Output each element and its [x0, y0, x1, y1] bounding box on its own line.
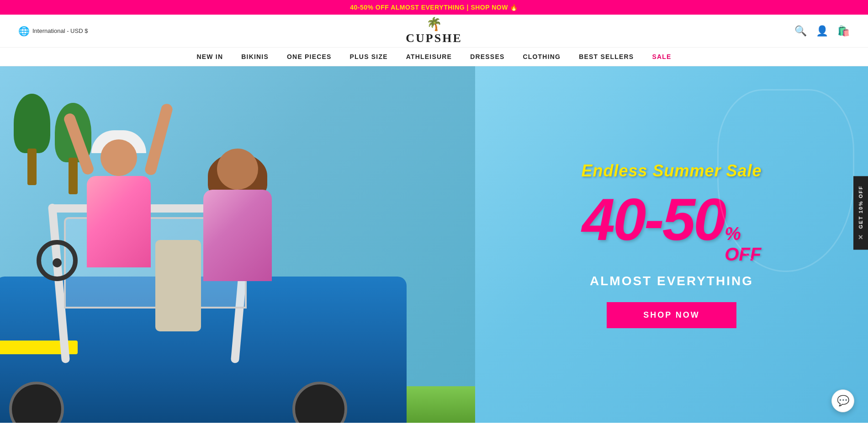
header-icons: 🔍 👤 🛍️: [794, 25, 850, 37]
discount-side-tab[interactable]: ✕ GET 10% OFF: [853, 176, 868, 250]
nav-item-dresses[interactable]: DRESSES: [470, 53, 504, 60]
nav-item-new-in[interactable]: NEW IN: [196, 53, 223, 60]
chat-bubble[interactable]: 💬: [831, 389, 854, 412]
nav-item-one-pieces[interactable]: ONE PIECES: [287, 53, 332, 60]
nav-item-plus-size[interactable]: PLUS SIZE: [350, 53, 388, 60]
region-label: International - USD $: [32, 27, 88, 34]
bg-decoration: [717, 89, 854, 272]
person1: [73, 139, 164, 331]
globe-icon: 🌐: [18, 26, 30, 37]
palm-tree-icon: 🌴: [426, 16, 442, 32]
nav-item-best-sellers[interactable]: BEST SELLERS: [579, 53, 634, 60]
person2: [192, 149, 283, 331]
hero-cta-button[interactable]: SHOP NOW: [607, 302, 736, 328]
nav-item-clothing[interactable]: CLOTHING: [523, 53, 561, 60]
hero-discount-numbers: 40-50: [582, 190, 725, 249]
region-selector[interactable]: 🌐 International - USD $: [18, 26, 88, 37]
nav-item-athleisure[interactable]: ATHLEISURE: [406, 53, 452, 60]
nav-item-bikinis[interactable]: BIKINIS: [241, 53, 269, 60]
nav-item-sale[interactable]: SALE: [652, 53, 671, 60]
announcement-bar: 40-50% OFF ALMOST EVERYTHING | SHOP NOW …: [0, 0, 868, 15]
account-button[interactable]: 👤: [816, 25, 828, 37]
announcement-text: 40-50% OFF ALMOST EVERYTHING | SHOP NOW: [350, 4, 508, 11]
car: [0, 103, 475, 423]
close-icon[interactable]: ✕: [857, 232, 864, 240]
hero-promo-panel: Endless Summer Sale 40-50 % OFF ALMOST E…: [475, 66, 868, 423]
cart-button[interactable]: 🛍️: [837, 25, 850, 37]
header: 🌐 International - USD $ 🌴 CUPSHE 🔍 👤 🛍️: [0, 15, 868, 48]
announcement-link[interactable]: 40-50% OFF ALMOST EVERYTHING | SHOP NOW …: [350, 4, 518, 11]
hero-section: Endless Summer Sale 40-50 % OFF ALMOST E…: [0, 66, 868, 423]
side-tab-label: GET 10% OFF: [858, 186, 863, 229]
logo-text: CUPSHE: [406, 32, 462, 45]
main-nav: NEW INBIKINISONE PIECESPLUS SIZEATHLEISU…: [0, 48, 868, 66]
hero-tagline: ALMOST EVERYTHING: [590, 274, 753, 288]
search-button[interactable]: 🔍: [794, 25, 807, 37]
fire-icon: 🔥: [510, 4, 518, 11]
logo[interactable]: 🌴 CUPSHE: [406, 16, 462, 45]
chat-icon: 💬: [837, 395, 849, 407]
